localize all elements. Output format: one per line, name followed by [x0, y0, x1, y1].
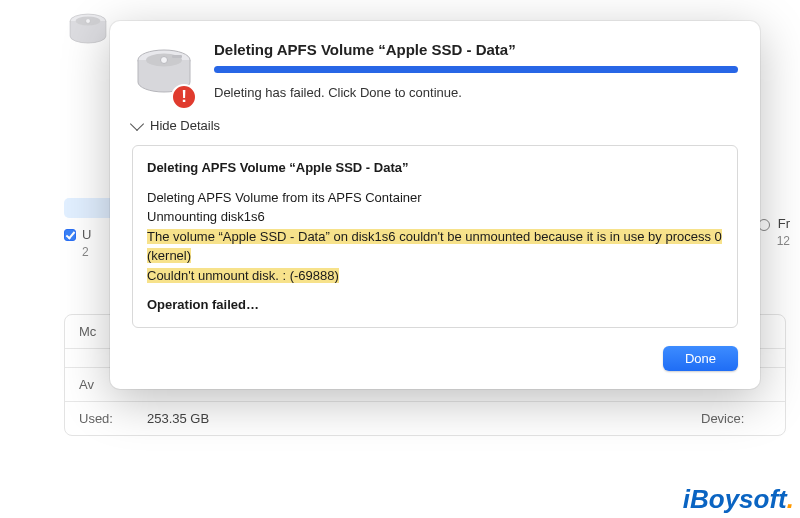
sidebar-item[interactable]: U — [64, 227, 114, 242]
details-toggle[interactable]: Hide Details — [132, 118, 738, 133]
sidebar: U 2 — [64, 198, 114, 259]
table-row: Used: 253.35 GB Device: — [65, 402, 785, 435]
chevron-down-icon — [130, 117, 144, 131]
checkbox-checked-icon[interactable] — [64, 229, 76, 241]
details-toggle-label: Hide Details — [150, 118, 220, 133]
svg-point-2 — [86, 19, 91, 24]
progress-sheet: ! Deleting APFS Volume “Apple SSD - Data… — [110, 21, 760, 389]
log-fail: Operation failed… — [147, 295, 723, 315]
log-line: Unmounting disk1s6 — [147, 207, 723, 227]
svg-rect-6 — [172, 55, 182, 58]
log-output: Deleting APFS Volume “Apple SSD - Data” … — [132, 145, 738, 328]
disk-icon-small — [66, 10, 110, 54]
right-option-sub: 12 — [777, 234, 790, 248]
log-line: Deleting APFS Volume from its APFS Conta… — [147, 188, 723, 208]
right-option[interactable]: Fr — [758, 216, 790, 231]
disk-icon-large: ! — [132, 44, 196, 108]
done-button[interactable]: Done — [663, 346, 738, 371]
status-text: Deleting has failed. Click Done to conti… — [214, 85, 738, 100]
alert-badge-icon: ! — [171, 84, 197, 110]
log-heading: Deleting APFS Volume “Apple SSD - Data” — [147, 158, 723, 178]
sheet-title: Deleting APFS Volume “Apple SSD - Data” — [214, 41, 738, 58]
watermark: iBoysoft. — [683, 484, 794, 515]
sidebar-item-label: U — [82, 227, 91, 242]
log-line-highlight: Couldn't unmount disk. : (-69888) — [147, 266, 723, 286]
log-line-highlight: The volume “Apple SSD - Data” on disk1s6… — [147, 227, 723, 266]
svg-point-5 — [161, 57, 168, 64]
right-option-label: Fr — [778, 216, 790, 231]
progress-bar — [214, 66, 738, 73]
